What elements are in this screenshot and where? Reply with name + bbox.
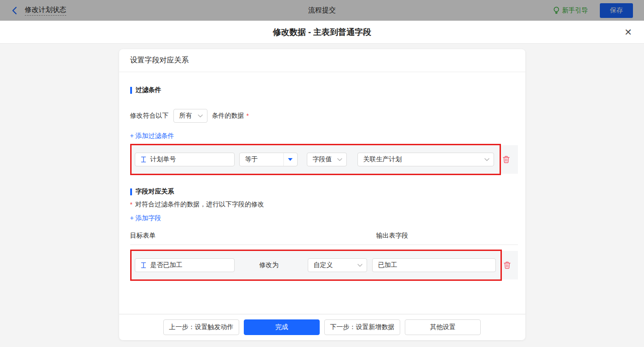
operator-select[interactable]: 等于 (239, 153, 298, 166)
mapping-section-title: 字段对应关系 (130, 188, 518, 196)
other-settings-button[interactable]: 其他设置 (405, 319, 481, 335)
filter-condition-line: 修改符合以下 所有 条件的数据 * (130, 109, 518, 123)
modify-mode-select[interactable]: 自定义 (308, 258, 367, 272)
mapping-column-headers: 目标表单 输出表字段 (130, 232, 518, 245)
output-field-column-header: 输出表字段 (376, 232, 408, 240)
value-type-select[interactable]: 字段值 (307, 153, 347, 166)
text-field-icon (141, 156, 146, 163)
chevron-down-icon (198, 114, 203, 118)
delete-mapping-row-icon[interactable] (503, 261, 511, 269)
section-accent-bar (130, 188, 132, 195)
match-mode-select[interactable]: 所有 (173, 109, 207, 123)
card-header: 设置字段对应关系 (119, 49, 525, 72)
text-field-icon (141, 262, 146, 268)
chevron-down-icon (357, 264, 362, 267)
filter-value-select[interactable]: 关联生产计划 (357, 153, 494, 166)
add-field-link[interactable]: + 添加字段 (130, 214, 161, 222)
required-mark: * (247, 112, 249, 119)
filter-section-title: 过滤条件 (130, 86, 518, 94)
target-form-column-header: 目标表单 (130, 232, 376, 240)
chevron-down-icon (484, 158, 489, 161)
next-step-button[interactable]: 下一步：设置新增数据 (324, 319, 400, 335)
prev-step-button[interactable]: 上一步：设置触发动作 (163, 319, 239, 335)
modal-backdrop (0, 0, 644, 21)
card-body: 过滤条件 修改符合以下 所有 条件的数据 * + 添加过滤条件 (119, 72, 525, 314)
field-mapping-card: 设置字段对应关系 过滤条件 修改符合以下 所有 条件的数据 * + 添加过滤条件 (119, 49, 525, 340)
card-title: 设置字段对应关系 (130, 56, 189, 65)
done-button[interactable]: 完成 (244, 319, 320, 335)
delete-filter-row-icon[interactable] (502, 155, 510, 164)
modal-title: 修改数据 - 主表到普通字段 (273, 27, 371, 38)
match-prefix-label: 修改符合以下 (130, 112, 169, 120)
modal-body: 设置字段对应关系 过滤条件 修改符合以下 所有 条件的数据 * + 添加过滤条件 (0, 49, 644, 347)
add-filter-condition-link[interactable]: + 添加过滤条件 (130, 132, 174, 140)
filter-field-input[interactable]: 计划单号 (135, 153, 235, 166)
close-icon[interactable]: ✕ (624, 28, 632, 37)
topbar: 修改计划状态 流程提交 新手引导 保存 (0, 0, 644, 21)
chevron-down-icon (337, 158, 342, 161)
mapping-rule-row: 是否已加工 修改为 自定义 已加工 (130, 251, 518, 279)
modal-header: 修改数据 - 主表到普通字段 ✕ (0, 21, 644, 44)
card-footer: 上一步：设置触发动作 完成 下一步：设置新增数据 其他设置 (119, 314, 525, 340)
required-mark: * (130, 201, 132, 208)
caret-down-icon (283, 153, 297, 166)
mapping-hint: * 对符合过滤条件的数据，进行以下字段的修改 (130, 200, 518, 209)
filter-rule-row: 计划单号 等于 字段值 关联生产计划 (130, 145, 518, 174)
modify-to-label: 修改为 (259, 261, 280, 269)
output-value-input[interactable]: 已加工 (372, 258, 496, 272)
match-suffix-label: 条件的数据 (212, 112, 244, 120)
section-accent-bar (130, 87, 132, 94)
target-field-input[interactable]: 是否已加工 (135, 258, 235, 272)
